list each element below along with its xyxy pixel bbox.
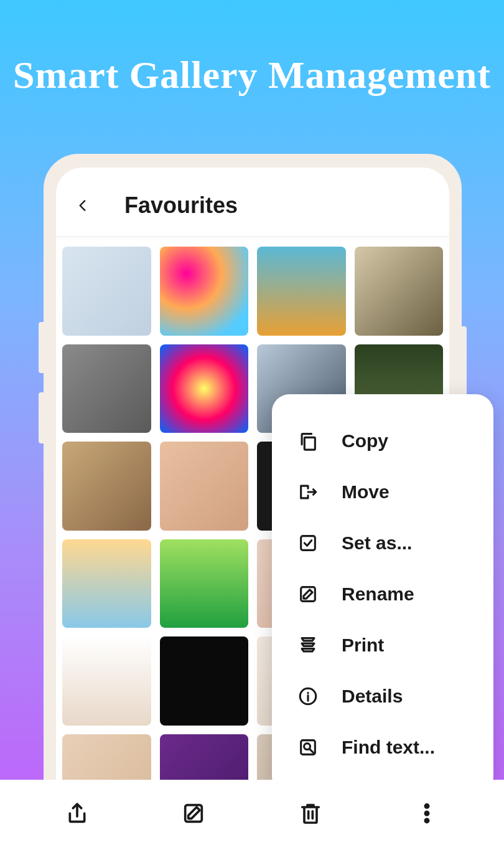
menu-label: Details <box>342 686 403 707</box>
svg-rect-0 <box>304 437 315 450</box>
menu-item-copy[interactable]: Copy <box>272 415 493 466</box>
menu-item-move[interactable]: Move <box>272 466 493 518</box>
menu-label: Set as... <box>342 532 412 554</box>
svg-point-7 <box>426 805 429 808</box>
back-button[interactable] <box>75 197 91 214</box>
menu-item-rename[interactable]: Rename <box>272 569 493 620</box>
photo-thumbnail[interactable] <box>355 247 444 336</box>
menu-label: Print <box>342 635 384 656</box>
menu-item-print[interactable]: Print <box>272 620 493 671</box>
trash-icon <box>298 801 323 826</box>
phone-side-button <box>39 322 44 373</box>
svg-point-9 <box>426 819 429 822</box>
menu-label: Rename <box>342 584 414 605</box>
phone-side-button <box>39 392 44 443</box>
details-icon <box>297 685 319 707</box>
photo-thumbnail[interactable] <box>160 636 249 726</box>
svg-point-8 <box>426 812 429 815</box>
print-icon <box>297 634 319 656</box>
photo-thumbnail[interactable] <box>160 539 249 628</box>
photo-thumbnail[interactable] <box>62 539 151 628</box>
promo-title: Smart Gallery Management <box>0 0 504 97</box>
menu-label: Move <box>342 481 390 503</box>
edit-icon <box>181 801 206 826</box>
page-title: Favourites <box>124 192 238 219</box>
app-header: Favourites <box>56 168 449 237</box>
copy-icon <box>297 430 319 452</box>
menu-label: Copy <box>342 430 388 452</box>
svg-rect-1 <box>301 536 315 551</box>
move-icon <box>297 481 319 503</box>
findtext-icon <box>297 736 319 759</box>
more-vertical-icon <box>414 801 439 826</box>
edit-button[interactable] <box>180 800 207 827</box>
bottom-toolbar <box>0 780 504 847</box>
menu-item-findtext[interactable]: Find text... <box>272 722 493 773</box>
phone-side-button <box>462 326 467 398</box>
photo-thumbnail[interactable] <box>62 636 151 726</box>
menu-item-setas[interactable]: Set as... <box>272 518 493 569</box>
delete-button[interactable] <box>297 800 324 827</box>
context-menu: Copy Move Set as... Rename Print Details <box>272 394 493 794</box>
photo-thumbnail[interactable] <box>160 442 249 531</box>
more-button[interactable] <box>413 800 441 827</box>
rename-icon <box>297 583 319 605</box>
share-icon <box>65 801 90 826</box>
menu-label: Find text... <box>342 737 435 758</box>
menu-item-details[interactable]: Details <box>272 671 493 722</box>
photo-thumbnail[interactable] <box>257 247 346 336</box>
share-button[interactable] <box>63 800 91 827</box>
photo-thumbnail[interactable] <box>160 247 249 336</box>
photo-thumbnail[interactable] <box>160 344 249 433</box>
photo-thumbnail[interactable] <box>62 247 151 336</box>
photo-thumbnail[interactable] <box>62 442 151 531</box>
setas-icon <box>297 532 319 554</box>
chevron-left-icon <box>75 197 91 214</box>
photo-thumbnail[interactable] <box>62 344 151 433</box>
